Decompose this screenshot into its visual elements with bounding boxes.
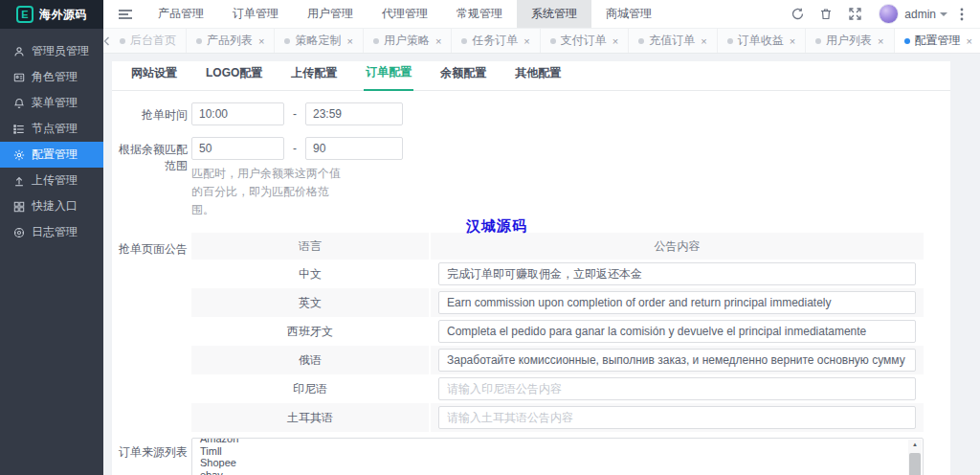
close-icon[interactable]: × — [435, 35, 441, 47]
close-icon[interactable]: × — [701, 35, 706, 47]
sidebar-item-quick-entry[interactable]: 快捷入口 — [0, 193, 103, 219]
scroll-up-icon[interactable]: ▲ — [908, 440, 922, 450]
textarea-scrollbar[interactable]: ▲ ▼ — [908, 440, 922, 475]
tab-task-orders[interactable]: 任务订单× — [452, 29, 540, 53]
tab-dot — [904, 38, 910, 44]
refresh-icon[interactable] — [783, 8, 812, 20]
announcement-input-indonesian[interactable] — [438, 377, 916, 400]
config-tab-upload[interactable]: 上传配置 — [289, 65, 339, 90]
user-menu[interactable]: admin — [904, 8, 947, 21]
bell-icon — [12, 97, 25, 109]
config-tab-logo[interactable]: LOGO配置 — [204, 65, 264, 90]
more-vertical-icon[interactable] — [947, 8, 976, 21]
language-cell: 印尼语 — [191, 374, 431, 403]
sidebar-item-role-management[interactable]: 角色管理 — [0, 64, 103, 90]
config-tabs: 网站设置 LOGO配置 上传配置 订单配置 余额配置 其他配置 — [112, 61, 950, 91]
table-row: 土耳其语 — [191, 403, 924, 432]
balance-range-min-input[interactable] — [191, 137, 284, 160]
language-cell: 中文 — [191, 260, 431, 288]
log-icon — [12, 226, 25, 238]
nav-item-agents[interactable]: 代理管理 — [368, 0, 442, 28]
announcement-input-russian[interactable] — [438, 349, 916, 372]
tab-user-list[interactable]: 用户列表× — [806, 29, 894, 53]
tab-dot — [461, 38, 467, 44]
grab-time-start-input[interactable] — [191, 102, 284, 125]
page-tabs: 后台首页 产品列表× 策略定制× 用户策略× 任务订单× 支付订单× 充值订单×… — [110, 29, 980, 53]
language-cell: 英文 — [191, 288, 431, 317]
table-row: 俄语 — [191, 346, 924, 374]
order-source-label: 订单来源列表 — [112, 438, 188, 475]
announcement-input-chinese[interactable] — [438, 262, 916, 285]
tab-dot — [550, 38, 556, 44]
nav-item-products[interactable]: 产品管理 — [144, 0, 218, 28]
close-icon[interactable]: × — [258, 35, 264, 47]
order-source-textarea[interactable]: Amazon Timll Shopee ebay Wish mercado li… — [191, 438, 924, 475]
tab-pay-orders[interactable]: 支付订单× — [541, 29, 629, 53]
tab-order-earnings[interactable]: 订单收益× — [718, 29, 806, 53]
sidebar-item-label: 日志管理 — [32, 224, 78, 240]
announcement-label: 抢单页面公告 — [112, 233, 188, 432]
tab-label: 订单收益 — [738, 33, 784, 49]
close-icon[interactable]: × — [523, 35, 529, 47]
user-icon — [12, 45, 25, 57]
close-icon[interactable]: × — [878, 35, 883, 47]
tab-user-strategy[interactable]: 用户策略× — [364, 29, 452, 53]
tab-config-management[interactable]: 配置管理× — [895, 29, 980, 53]
tab-product-list[interactable]: 产品列表× — [187, 29, 275, 53]
brand-title: 海外源码 — [39, 7, 87, 23]
sidebar-item-label: 角色管理 — [32, 69, 78, 85]
config-tab-balance[interactable]: 余额配置 — [438, 65, 488, 90]
balance-range-max-input[interactable] — [305, 137, 403, 160]
column-header-content: 公告内容 — [431, 233, 924, 260]
sidebar-item-label: 菜单管理 — [32, 95, 78, 111]
sidebar-item-log-management[interactable]: 日志管理 — [0, 219, 103, 245]
tab-strategy-custom[interactable]: 策略定制× — [275, 29, 363, 53]
nav-item-general[interactable]: 常规管理 — [442, 0, 517, 28]
upload-icon — [12, 174, 25, 187]
announcement-input-english[interactable] — [438, 291, 916, 314]
tabs-scroll-left-button[interactable] — [103, 29, 110, 53]
config-tab-order[interactable]: 订单配置 — [364, 64, 413, 91]
config-tab-other[interactable]: 其他配置 — [513, 65, 563, 90]
tab-dot — [727, 38, 733, 44]
tab-dot — [373, 38, 379, 44]
sidebar-item-menu-management[interactable]: 菜单管理 — [0, 90, 103, 116]
page-tab-bar: 后台首页 产品列表× 策略定制× 用户策略× 任务订单× 支付订单× 充值订单×… — [103, 29, 980, 54]
grab-time-end-input[interactable] — [305, 102, 403, 125]
close-icon[interactable]: × — [790, 35, 795, 47]
sidebar-item-config-management[interactable]: 配置管理 — [0, 142, 103, 168]
nav-item-users[interactable]: 用户管理 — [293, 0, 368, 28]
announcement-row: 抢单页面公告 语言 公告内容 中文 英文 — [112, 233, 950, 432]
brand-logo[interactable]: E 海外源码 — [0, 0, 103, 29]
sidebar-item-label: 管理员管理 — [32, 43, 89, 59]
sidebar-item-admin-management[interactable]: 管理员管理 — [0, 38, 103, 64]
announcement-input-turkish[interactable] — [438, 406, 916, 429]
fullscreen-icon[interactable] — [840, 8, 869, 20]
tab-home[interactable]: 后台首页 — [110, 29, 187, 53]
nav-item-mall[interactable]: 商城管理 — [591, 0, 666, 28]
header-actions: admin — [783, 0, 980, 28]
close-icon[interactable]: × — [967, 35, 972, 47]
announcement-input-spanish[interactable] — [438, 320, 916, 343]
tab-recharge-orders[interactable]: 充值订单× — [629, 29, 717, 53]
close-icon[interactable]: × — [612, 35, 618, 47]
chevron-down-icon — [940, 12, 947, 20]
sidebar-item-label: 快捷入口 — [32, 198, 78, 215]
nav-item-system[interactable]: 系统管理 — [517, 0, 591, 28]
collapse-sidebar-button[interactable] — [103, 0, 144, 28]
grab-time-row: 抢单时间 - — [112, 102, 950, 125]
tab-label: 后台首页 — [130, 33, 176, 49]
user-avatar[interactable] — [879, 4, 899, 24]
nav-item-orders[interactable]: 订单管理 — [218, 0, 293, 28]
sidebar-item-upload-management[interactable]: 上传管理 — [0, 168, 103, 193]
scrollbar-thumb[interactable] — [909, 453, 921, 475]
sidebar-item-node-management[interactable]: 节点管理 — [0, 116, 103, 142]
grid-icon — [12, 200, 25, 213]
tab-label: 产品列表 — [207, 33, 253, 49]
clear-cache-icon[interactable] — [812, 8, 840, 20]
order-source-lines: Amazon Timll Shopee ebay Wish mercado li… — [192, 438, 923, 475]
close-icon[interactable]: × — [346, 35, 352, 47]
config-panel: 网站设置 LOGO配置 上传配置 订单配置 余额配置 其他配置 抢单时间 - 根… — [112, 61, 950, 475]
tab-dot — [284, 38, 290, 44]
config-tab-site-settings[interactable]: 网站设置 — [129, 65, 179, 90]
